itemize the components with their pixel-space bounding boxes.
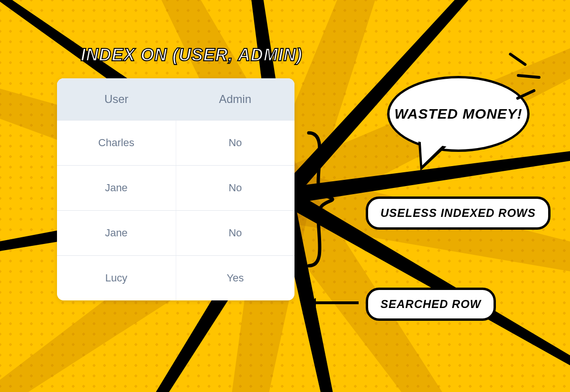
cell-admin: No (176, 166, 295, 210)
cell-user: Charles (57, 121, 176, 165)
index-table: User Admin Charles No Jane No Jane No Lu… (57, 78, 294, 300)
cell-user: Jane (57, 211, 176, 255)
cell-admin: No (176, 121, 295, 165)
table-row: Charles No (57, 120, 294, 165)
table-header-row: User Admin (57, 78, 294, 120)
diagram-stage: INDEX ON (USER, ADMIN) User Admin Charle… (0, 0, 570, 392)
column-header-user: User (57, 78, 176, 120)
label-searched-row: SEARCHED ROW (366, 288, 496, 321)
svg-marker-1 (306, 298, 316, 308)
speech-bubble-text: WASTED MONEY! (394, 106, 522, 122)
label-useless-rows: USELESS INDEXED ROWS (366, 196, 551, 230)
cell-admin: Yes (176, 256, 295, 300)
cell-user: Lucy (57, 256, 176, 300)
cell-admin: No (176, 211, 295, 255)
speech-bubble: WASTED MONEY! (387, 76, 530, 152)
cell-user: Jane (57, 166, 176, 210)
diagram-title: INDEX ON (USER, ADMIN) (81, 45, 303, 65)
column-header-admin: Admin (176, 78, 294, 120)
table-row: Lucy Yes (57, 255, 294, 300)
table-row: Jane No (57, 165, 294, 210)
table-row: Jane No (57, 210, 294, 255)
arrow-left-icon (306, 297, 359, 308)
